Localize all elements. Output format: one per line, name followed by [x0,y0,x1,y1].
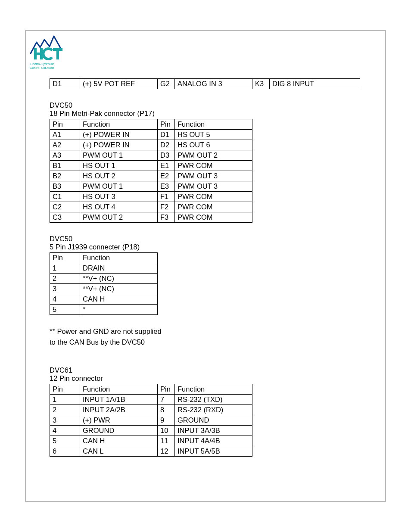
table-cell: D3 [158,150,175,160]
dvc50-5pin-table: Pin Function 1DRAIN2**V+ (NC)3**V+ (NC)4… [50,252,158,315]
footnote-line2: to the CAN Bus by the DVC50 [50,337,361,348]
table-cell: D1 [50,78,80,89]
table-cell: A3 [50,150,80,160]
svg-rect-4 [56,48,59,59]
table-cell: C1 [50,191,80,202]
col-header: Function [80,252,158,263]
table-cell: 6 [50,446,80,456]
footnote: ** Power and GND are not supplied to the… [50,326,361,348]
table-cell: 9 [158,415,175,425]
table-cell: CAN H [80,436,158,446]
table-cell: B3 [50,181,80,191]
table-cell: INPUT 2A/2B [80,404,158,415]
table-cell: HS OUT 3 [80,191,158,202]
table-cell: 4 [50,425,80,436]
table-cell: 2 [50,273,80,283]
table-cell: (+) POWER IN [80,140,158,150]
table-cell: 10 [158,425,175,436]
table-cell: 7 [158,394,175,404]
table-cell: INPUT 5A/5B [175,446,252,456]
table-cell: 3 [50,415,80,425]
table-cell: PWR COM [175,191,252,202]
top-row-table: D1 (+) 5V POT REF G2 ANALOG IN 3 K3 DIG … [50,78,360,89]
table-cell: F1 [158,191,175,202]
logo-caption-2: Control Solutions [30,66,386,70]
col-header: Function [80,119,158,129]
table-cell: A2 [50,140,80,150]
table-cell: 3 [50,283,80,294]
table-cell: 1 [50,263,80,273]
dvc50-18pin-table: Pin Function Pin Function A1(+) POWER IN… [50,119,252,223]
table-cell: 12 [158,446,175,456]
table-cell: F2 [158,202,175,212]
table-cell: 5 [50,304,80,314]
col-header: Function [175,384,252,394]
table-cell: 2 [50,404,80,415]
table-cell: 5 [50,436,80,446]
table-cell: E2 [158,171,175,181]
table-cell: PWM OUT 2 [175,150,252,160]
table-cell: K3 [252,78,270,89]
table-cell: DRAIN [80,263,158,273]
table-cell: A1 [50,129,80,140]
col-header: Pin [50,252,80,263]
table-cell: E3 [158,181,175,191]
table-cell: C3 [50,212,80,222]
table-cell: (+) PWR [80,415,158,425]
svg-rect-2 [34,53,43,55]
logo-caption-1: Electro-Hydraulic [30,62,386,66]
table-cell: PWR COM [175,212,252,222]
table3-title: DVC61 [50,366,361,374]
table-cell: **V+ (NC) [80,273,158,283]
table-cell: PWR COM [175,160,252,171]
table-cell: 4 [50,294,80,304]
table3-subtitle: 12 Pin connector [50,374,361,383]
table-cell: PWM OUT 3 [175,171,252,181]
table2-subtitle: 5 Pin J1939 connecter (P18) [50,243,361,251]
table1-subtitle: 18 Pin Metri-Pak connector (P17) [50,109,361,118]
table-cell: 8 [158,404,175,415]
table-cell: 11 [158,436,175,446]
table-cell: HS OUT 4 [80,202,158,212]
table-cell: CAN L [80,446,158,456]
table-cell: * [80,304,158,314]
table2-title: DVC50 [50,235,361,243]
col-header: Pin [50,384,80,394]
table-cell: PWM OUT 1 [80,181,158,191]
col-header: Pin [158,119,175,129]
table-cell: D1 [158,129,175,140]
table-cell: **V+ (NC) [80,283,158,294]
table-cell: 1 [50,394,80,404]
table-cell: GROUND [80,425,158,436]
table-cell: RS-232 (TXD) [175,394,252,404]
hct-logo: Electro-Hydraulic Control Solutions [30,35,386,70]
col-header: Function [80,384,158,394]
table-cell: HS OUT 1 [80,160,158,171]
table-cell: D2 [158,140,175,150]
table1-title: DVC50 [50,101,361,109]
table-cell: B2 [50,171,80,181]
table-cell: HS OUT 6 [175,140,252,150]
table-cell: INPUT 3A/3B [175,425,252,436]
table-cell: B1 [50,160,80,171]
table-cell: CAN H [80,294,158,304]
table-cell: PWM OUT 2 [80,212,158,222]
dvc61-12pin-table: Pin Function Pin Function 1INPUT 1A/1B7R… [50,384,252,457]
table-cell: (+) 5V POT REF [80,78,158,89]
table-cell: INPUT 1A/1B [80,394,158,404]
table-cell: DIG 8 INPUT [270,78,360,89]
footnote-line1: ** Power and GND are not supplied [50,326,361,337]
table-cell: HS OUT 2 [80,171,158,181]
table-cell: F3 [158,212,175,222]
table-cell: PWR COM [175,202,252,212]
table-cell: (+) POWER IN [80,129,158,140]
col-header: Pin [158,384,175,394]
table-cell: G2 [158,78,175,89]
table-cell: PWM OUT 3 [175,181,252,191]
table-cell: ANALOG IN 3 [175,78,252,89]
table-cell: E1 [158,160,175,171]
table-cell: HS OUT 5 [175,129,252,140]
table-cell: INPUT 4A/4B [175,436,252,446]
table-cell: RS-232 (RXD) [175,404,252,415]
col-header: Pin [50,119,80,129]
